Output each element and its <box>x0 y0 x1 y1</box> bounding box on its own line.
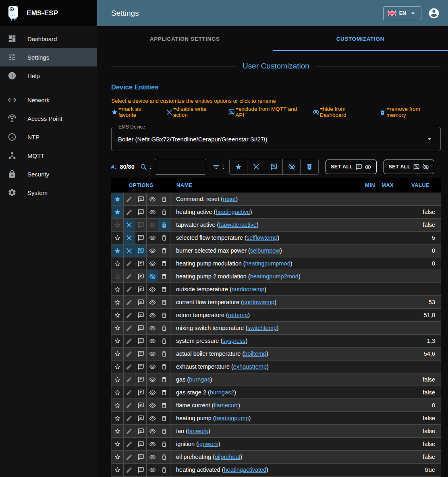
mqtt-exclude-toggle[interactable] <box>135 451 147 463</box>
entity-name-cell[interactable]: return temperature (rettemp) <box>170 309 357 321</box>
entity-name-cell[interactable]: heating active (heatingactive) <box>170 206 357 218</box>
entity-name-cell[interactable]: exhaust temperature (exhausttemp) <box>170 361 357 373</box>
mqtt-exclude-toggle[interactable] <box>135 206 147 218</box>
favorite-toggle[interactable] <box>112 296 124 308</box>
sidebar-item-network[interactable]: Network <box>0 91 97 109</box>
disable-write-toggle[interactable] <box>124 348 135 360</box>
mqtt-exclude-toggle[interactable] <box>135 412 147 424</box>
hide-dashboard-toggle[interactable] <box>147 296 158 308</box>
mqtt-exclude-toggle[interactable] <box>135 245 147 257</box>
hide-dashboard-toggle[interactable] <box>147 283 158 295</box>
disable-write-toggle[interactable] <box>124 206 135 218</box>
hide-dashboard-toggle[interactable] <box>147 270 158 282</box>
remove-memory-toggle[interactable] <box>158 464 170 476</box>
hide-filter-button[interactable] <box>283 159 301 174</box>
entity-code-link[interactable]: outdoortemp <box>232 286 264 292</box>
favorite-toggle[interactable] <box>112 257 124 270</box>
disable-write-toggle[interactable] <box>124 270 135 282</box>
remove-memory-toggle[interactable] <box>158 335 170 347</box>
tab-customization[interactable]: CUSTOMIZATION <box>273 26 448 51</box>
hide-dashboard-toggle[interactable] <box>147 412 158 424</box>
mqtt-exclude-toggle[interactable] <box>135 193 147 205</box>
remove-memory-toggle[interactable] <box>158 348 170 360</box>
remove-memory-toggle[interactable] <box>158 309 170 321</box>
favorite-toggle[interactable] <box>112 373 124 386</box>
language-selector[interactable]: EN <box>383 6 421 20</box>
entity-name-cell[interactable]: selected flow temperature (selflowtemp) <box>170 232 357 244</box>
mqtt-exclude-filter-button[interactable] <box>265 159 283 174</box>
favorite-toggle[interactable] <box>112 425 124 437</box>
favorite-toggle[interactable] <box>112 464 124 476</box>
remove-memory-toggle[interactable] <box>158 232 170 244</box>
hide-dashboard-toggle[interactable] <box>147 322 158 334</box>
entity-name-cell[interactable]: ignition (ignwork) <box>170 438 357 450</box>
sidebar-item-access-point[interactable]: Access Point <box>0 109 97 128</box>
disable-write-toggle[interactable] <box>124 232 135 244</box>
entity-name-cell[interactable]: current flow temperature (curflowtemp) <box>170 296 357 308</box>
disable-write-toggle[interactable] <box>124 296 135 308</box>
entity-code-link[interactable]: burngas <box>189 376 210 383</box>
favorite-toggle[interactable] <box>112 438 124 450</box>
favorite-toggle[interactable] <box>112 348 124 360</box>
sidebar-item-settings[interactable]: Settings <box>0 48 97 66</box>
disable-write-toggle[interactable] <box>124 425 135 437</box>
disable-write-toggle[interactable] <box>124 361 135 373</box>
favorite-toggle[interactable] <box>112 283 124 295</box>
favorite-toggle[interactable] <box>112 270 124 282</box>
remove-memory-toggle[interactable] <box>158 219 170 231</box>
disable-write-toggle[interactable] <box>124 438 135 450</box>
entity-code-link[interactable]: burngas2 <box>210 389 234 396</box>
hide-dashboard-toggle[interactable] <box>147 386 158 398</box>
remove-memory-toggle[interactable] <box>158 193 170 205</box>
remove-memory-toggle[interactable] <box>158 373 170 386</box>
entity-name-cell[interactable]: fan (fanwork) <box>170 425 357 437</box>
hide-dashboard-toggle[interactable] <box>147 425 158 437</box>
remove-filter-button[interactable] <box>301 159 318 174</box>
entity-name-cell[interactable]: flame current (flamecurr) <box>170 399 357 411</box>
sidebar-item-ntp[interactable]: NTP <box>0 128 97 146</box>
entity-code-link[interactable]: heatingactivated <box>224 467 267 473</box>
entity-code-link[interactable]: heatingpumpmod <box>245 260 290 267</box>
remove-memory-toggle[interactable] <box>158 257 170 270</box>
disable-write-toggle[interactable] <box>124 399 135 411</box>
entity-code-link[interactable]: heatingpump <box>215 415 249 421</box>
favorite-toggle[interactable] <box>112 399 124 411</box>
hide-dashboard-toggle[interactable] <box>147 464 158 476</box>
entity-code-link[interactable]: ignwork <box>198 441 218 447</box>
favorite-toggle[interactable] <box>112 309 124 321</box>
remove-memory-toggle[interactable] <box>158 386 170 398</box>
mqtt-exclude-toggle[interactable] <box>135 232 147 244</box>
mqtt-exclude-toggle[interactable] <box>135 464 147 476</box>
entity-code-link[interactable]: fanwork <box>188 428 208 434</box>
remove-memory-toggle[interactable] <box>158 361 170 373</box>
disable-write-toggle[interactable] <box>124 322 135 334</box>
entity-name-cell[interactable]: tapwater active (tapwateractive) <box>170 219 357 231</box>
remove-memory-toggle[interactable] <box>158 270 170 282</box>
hide-dashboard-toggle[interactable] <box>147 373 158 386</box>
entity-code-link[interactable]: heatingactive <box>216 209 250 215</box>
disable-write-toggle[interactable] <box>124 464 135 476</box>
entity-name-cell[interactable]: Command: reset (reset) <box>170 193 357 205</box>
favorite-toggle[interactable] <box>112 361 124 373</box>
entity-code-link[interactable]: exhausttemp <box>233 363 267 370</box>
disable-write-toggle[interactable] <box>124 283 135 295</box>
mqtt-exclude-toggle[interactable] <box>135 348 147 360</box>
entity-name-cell[interactable]: oil preheating (oilpreheat) <box>170 451 357 463</box>
entity-name-cell[interactable]: heating pump modulation (heatingpumpmod) <box>170 257 357 270</box>
hide-dashboard-toggle[interactable] <box>147 232 158 244</box>
favorite-toggle[interactable] <box>112 232 124 244</box>
hide-dashboard-toggle[interactable] <box>147 335 158 347</box>
favorite-toggle[interactable] <box>112 206 124 218</box>
remove-memory-toggle[interactable] <box>158 451 170 463</box>
entity-name-cell[interactable]: burner selected max power (selburnpow) <box>170 245 357 257</box>
mqtt-exclude-toggle[interactable] <box>135 386 147 398</box>
sidebar-item-system[interactable]: System <box>0 183 97 202</box>
tab-application-settings[interactable]: APPLICATION SETTINGS <box>97 26 273 51</box>
favorite-toggle[interactable] <box>112 335 124 347</box>
entity-code-link[interactable]: selflowtemp <box>247 234 278 241</box>
ems-device-select[interactable]: EMS Device Boiler (Nefit GBx72/Trendline… <box>111 127 441 151</box>
mqtt-exclude-toggle[interactable] <box>135 438 147 450</box>
hide-dashboard-toggle[interactable] <box>147 193 158 205</box>
disable-write-toggle[interactable] <box>124 373 135 386</box>
disable-write-toggle[interactable] <box>124 386 135 398</box>
